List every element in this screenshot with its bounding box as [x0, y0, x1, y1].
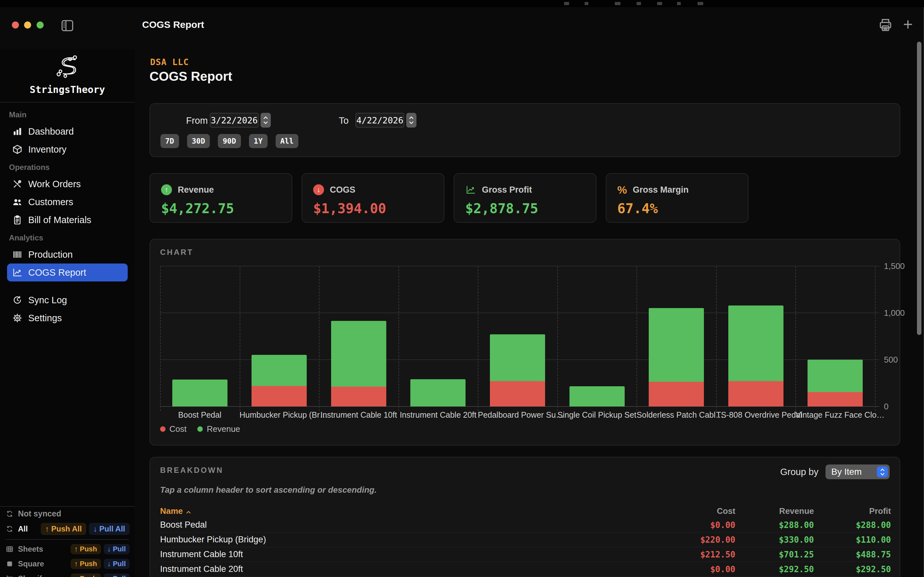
sync-source-label: Sheets	[18, 545, 43, 554]
sidebar-nav: MainDashboardInventoryOperationsWork Ord…	[0, 102, 135, 327]
legend-label: Revenue	[207, 424, 240, 434]
percent-icon: %	[617, 184, 627, 196]
push-shopify-button[interactable]: ↑ Push	[71, 574, 101, 577]
range-90d-button[interactable]: 90D	[218, 134, 241, 148]
range-all-button[interactable]: All	[276, 134, 299, 148]
close-window-button[interactable]	[12, 21, 19, 29]
sync-source-label: Shopify	[18, 574, 46, 577]
sync-arrows-icon	[6, 510, 13, 518]
push-all-button[interactable]: ↑ Push All	[41, 523, 86, 535]
gear-icon	[12, 313, 23, 323]
vertical-gridline	[240, 266, 240, 411]
y-axis-tick-label: 0	[884, 402, 888, 412]
metric-label: COGS	[330, 185, 355, 195]
cell-revenue: $288.00	[735, 520, 814, 530]
add-icon[interactable]: +	[899, 14, 917, 35]
x-axis-category-label: Solderless Patch Cabl…	[636, 410, 716, 420]
cost-bar-segment	[808, 392, 863, 406]
from-date-stepper[interactable]	[260, 113, 271, 127]
menu-bar-artifact	[615, 2, 620, 5]
cost-bar-segment	[252, 386, 307, 406]
push-square-button[interactable]: ↑ Push	[71, 559, 101, 569]
to-date-stepper[interactable]	[406, 113, 417, 127]
sidebar-item-customers[interactable]: Customers	[7, 193, 128, 211]
minimize-window-button[interactable]	[24, 21, 31, 29]
sidebar-item-sync-log[interactable]: Sync Log	[7, 291, 128, 309]
sidebar-item-cogs-report[interactable]: COGS Report	[7, 263, 128, 282]
group-by-select[interactable]: By Item	[825, 464, 890, 479]
breakdown-section-label: BREAKDOWN	[160, 466, 223, 475]
menu-bar-artifact	[585, 2, 588, 5]
revenue-bar-segment	[252, 355, 307, 386]
divider	[6, 539, 129, 540]
cell-cost: $212.50	[658, 550, 735, 559]
nav-section-gap	[0, 282, 135, 291]
legend-dot	[160, 426, 166, 432]
x-axis-category-label: Vintage Fuzz Face Clo…	[795, 410, 875, 420]
scrollbar-thumb[interactable]	[917, 42, 921, 335]
cell-profit: $110.00	[814, 535, 891, 545]
column-header-label: Name	[160, 506, 183, 516]
column-header-profit[interactable]: Profit	[814, 506, 891, 516]
cell-name: Boost Pedal	[160, 520, 658, 530]
cell-name: Humbucker Pickup (Bridge)	[160, 535, 658, 545]
chart-legend: CostRevenue	[160, 424, 240, 434]
vertical-gridline	[160, 266, 161, 411]
sidebar-item-bill-of-materials[interactable]: Bill of Materials	[7, 211, 128, 229]
table-row: Instrument Cable 20ft$0.00$292.50$292.50	[160, 562, 891, 577]
pull-all-button[interactable]: ↓ Pull All	[89, 523, 129, 535]
people-icon	[12, 197, 23, 207]
to-date-input[interactable]: 4/22/2026	[355, 113, 404, 127]
from-date-input[interactable]: 3/22/2026	[210, 113, 258, 127]
metric-cards: ↑Revenue$4,272.75↓COGS$1,394.00Gross Pro…	[150, 173, 748, 223]
vertical-gridline	[716, 266, 717, 411]
range-1y-button[interactable]: 1Y	[249, 134, 268, 148]
sync-all-label: All	[18, 524, 28, 533]
vertical-gridline	[875, 266, 876, 411]
sidebar-item-production[interactable]: Production	[7, 245, 128, 263]
x-axis-category-label: TS-808 Overdrive Pedal	[716, 410, 796, 420]
sidebar-item-label: Work Orders	[28, 179, 81, 189]
column-header-name[interactable]: Name	[160, 506, 658, 516]
revenue-bar-segment	[728, 306, 783, 382]
pull-sheets-button[interactable]: ↓ Pull	[103, 544, 129, 554]
sidebar-item-label: Dashboard	[28, 126, 74, 137]
legend-label: Cost	[170, 424, 186, 434]
cell-name: Instrument Cable 10ft	[160, 550, 658, 559]
sidebar-item-work-orders[interactable]: Work Orders	[7, 175, 128, 193]
sidebar-item-label: COGS Report	[28, 268, 86, 278]
to-label: To	[339, 115, 349, 126]
line-chart-icon	[465, 184, 476, 195]
print-icon[interactable]	[878, 17, 893, 33]
range-30d-button[interactable]: 30D	[187, 134, 210, 148]
nav-section-label-analytics: Analytics	[0, 229, 135, 245]
column-header-revenue[interactable]: Revenue	[735, 506, 814, 516]
cost-bar-segment	[728, 381, 783, 406]
sidebar-item-inventory[interactable]: Inventory	[7, 140, 128, 158]
cell-profit: $488.75	[814, 550, 891, 559]
range-7d-button[interactable]: 7D	[160, 134, 179, 148]
y-axis-tick-label: 1,500	[884, 261, 905, 271]
group-by-value: By Item	[825, 467, 862, 477]
cost-bar-segment	[649, 382, 704, 406]
pull-square-button[interactable]: ↓ Pull	[103, 559, 129, 569]
metric-card-cogs: ↓COGS$1,394.00	[302, 173, 444, 223]
revenue-bar-segment	[331, 321, 386, 387]
push-sheets-button[interactable]: ↑ Push	[71, 544, 101, 554]
sidebar-item-settings[interactable]: Settings	[7, 309, 128, 327]
sidebar-toggle-icon[interactable]	[60, 19, 74, 33]
group-by-label: Group by	[780, 467, 819, 477]
vertical-gridline	[795, 266, 796, 411]
table-row: Humbucker Pickup (Bridge)$220.00$330.00$…	[160, 532, 891, 547]
zoom-window-button[interactable]	[37, 21, 44, 29]
sidebar-item-dashboard[interactable]: Dashboard	[7, 122, 128, 140]
clipboard-icon	[12, 215, 23, 225]
cell-revenue: $330.00	[735, 535, 814, 545]
column-header-cost[interactable]: Cost	[658, 506, 735, 516]
legend-dot	[197, 426, 203, 432]
pull-shopify-button[interactable]: ↓ Pull	[103, 574, 129, 577]
nav-section-label-operations: Operations	[0, 158, 135, 175]
vertical-gridline	[399, 266, 399, 411]
metric-label: Gross Profit	[482, 185, 532, 195]
arrow-up-circle-icon: ↑	[161, 184, 172, 195]
